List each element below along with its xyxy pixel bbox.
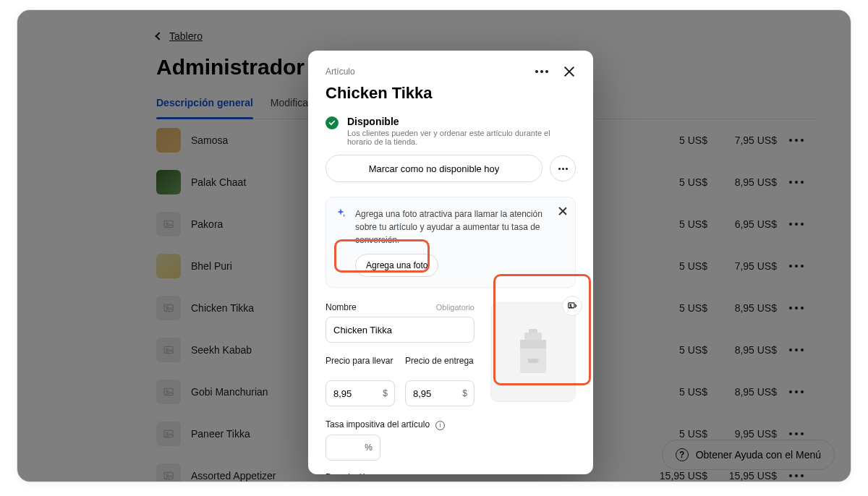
optional-label: Opcional — [443, 473, 475, 475]
svg-rect-15 — [529, 329, 537, 333]
info-icon[interactable]: i — [435, 421, 445, 430]
name-input[interactable] — [326, 317, 475, 343]
tip-close-button[interactable] — [558, 206, 568, 216]
edit-image-button[interactable] — [562, 296, 582, 316]
add-photo-button[interactable]: Agrega una foto — [355, 254, 438, 277]
availability-desc: Los clientes pueden ver y ordenar este a… — [347, 129, 576, 146]
availability-status: Disponible Los clientes pueden ver y ord… — [326, 116, 576, 146]
availability-more-button[interactable] — [550, 155, 576, 181]
availability-title: Disponible — [347, 116, 576, 127]
currency-label: $ — [383, 388, 388, 398]
modal-title: Chicken Tikka — [326, 84, 576, 103]
tax-label: Tasa impositiva del artículo — [326, 419, 430, 429]
price-delivery-label: Precio de entrega — [405, 356, 474, 366]
tip-text: Agrega una foto atractiva para llamar la… — [355, 208, 546, 247]
currency-label: $ — [462, 388, 467, 398]
name-label: Nombre — [326, 302, 357, 312]
description-label: Descripción — [326, 472, 371, 475]
mark-unavailable-button[interactable]: Marcar como no disponible hoy — [326, 155, 542, 182]
image-swap-icon — [567, 301, 577, 311]
modal-more-button[interactable] — [532, 67, 551, 76]
item-modal: Artículo Chicken Tikka Disponible Los cl… — [308, 51, 593, 474]
svg-point-17 — [570, 304, 571, 306]
price-takeout-label: Precio para llevar — [326, 356, 393, 366]
sparkle-icon — [335, 208, 346, 223]
photo-slot[interactable] — [490, 302, 576, 402]
check-circle-icon — [326, 116, 339, 129]
svg-rect-13 — [520, 340, 546, 349]
modal-close-button[interactable] — [563, 65, 576, 78]
tax-input[interactable]: % — [326, 435, 380, 461]
photo-tip-panel: Agrega una foto atractiva para llamar la… — [326, 197, 576, 288]
bag-placeholder-icon — [513, 327, 553, 377]
modal-eyebrow: Artículo — [326, 67, 532, 77]
required-label: Obligatorio — [436, 303, 475, 312]
svg-rect-14 — [524, 333, 542, 340]
